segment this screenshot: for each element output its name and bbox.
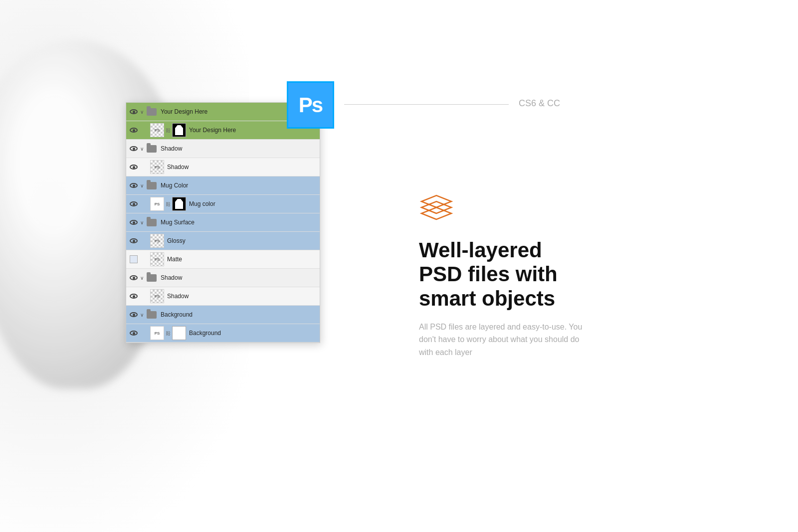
eye-icon[interactable] — [128, 254, 139, 265]
layer-row-background-layer[interactable]: PS⛓Background — [126, 324, 320, 343]
layer-row-mug-color-group[interactable]: ∨Mug Color — [126, 177, 320, 195]
layer-thumbnail-white: PS — [150, 326, 164, 340]
layer-row-shadow-layer[interactable]: PSShadow — [126, 158, 320, 177]
layer-thumbnail: PS — [150, 289, 164, 303]
layer-label: Your Design Here — [161, 108, 207, 115]
eye-pupil — [133, 314, 135, 316]
eye-icon[interactable] — [128, 125, 139, 136]
eye-icon[interactable] — [128, 309, 139, 320]
layer-row-glossy-layer[interactable]: PSGlossy — [126, 232, 320, 250]
chain-icon: ⛓ — [166, 331, 171, 336]
folder-icon — [147, 311, 157, 319]
layers-icon — [419, 194, 454, 224]
layer-label: Mug Surface — [161, 219, 195, 226]
thumb-label: PS — [155, 239, 160, 243]
mask-shape — [175, 125, 183, 135]
thumb-label: PS — [155, 294, 160, 299]
eye-icon[interactable] — [128, 272, 139, 283]
layer-label: Matte — [167, 256, 182, 263]
mask-thumbnail — [172, 123, 186, 137]
layer-label: Shadow — [167, 293, 189, 300]
chevron-icon[interactable]: ∨ — [140, 275, 144, 281]
folder-icon — [147, 182, 157, 189]
eye-icon[interactable] — [128, 180, 139, 191]
eye-circle — [130, 128, 138, 133]
eye-circle — [130, 312, 138, 317]
layer-label: Background — [189, 330, 221, 337]
chevron-icon[interactable]: ∨ — [140, 220, 144, 225]
chevron-icon[interactable]: ∨ — [140, 312, 144, 318]
layer-label: Shadow — [167, 164, 189, 171]
eye-pupil — [133, 166, 135, 169]
layer-row-shadow-layer2[interactable]: PSShadow — [126, 287, 320, 306]
chain-icon: ⛓ — [166, 201, 171, 207]
layer-label: Shadow — [161, 145, 182, 152]
eye-circle — [130, 238, 138, 243]
eye-circle — [130, 220, 138, 225]
eye-circle — [130, 201, 138, 206]
chevron-icon[interactable]: ∨ — [140, 183, 144, 188]
eye-icon[interactable] — [128, 328, 139, 339]
thumb-label: PS — [155, 165, 160, 170]
eye-circle — [130, 109, 138, 114]
eye-icon[interactable] — [128, 291, 139, 302]
folder-icon — [147, 145, 157, 153]
eye-pupil — [133, 111, 135, 113]
eye-pupil — [133, 184, 135, 187]
mask-shape — [175, 199, 183, 209]
layer-thumbnail: PS — [150, 252, 164, 266]
chain-icon: ⛓ — [166, 128, 171, 133]
eye-circle — [130, 331, 138, 336]
layer-row-mug-color-layer[interactable]: PS⛓Mug color — [126, 195, 320, 213]
cs-version-label: CS6 & CC — [519, 98, 560, 109]
layer-row-shadow-group[interactable]: ∨Shadow — [126, 140, 320, 158]
chevron-icon[interactable]: ∨ — [140, 109, 144, 115]
description-text: All PSD files are layered and easy-to-us… — [419, 321, 589, 359]
thumb-label: PS — [155, 128, 160, 133]
heading-text: Well-layered PSD files with smart object… — [419, 238, 558, 310]
eye-pupil — [133, 240, 135, 242]
folder-icon — [147, 274, 157, 282]
ps-logo-text: Ps — [299, 93, 322, 117]
eye-icon[interactable] — [128, 217, 139, 228]
mask-thumbnail-white — [172, 326, 186, 340]
layer-row-mug-surface-group[interactable]: ∨Mug Surface — [126, 213, 320, 232]
folder-icon — [147, 219, 157, 226]
layer-thumbnail: PS — [150, 160, 164, 174]
layer-row-matte-layer[interactable]: PSMatte — [126, 250, 320, 269]
layer-row-background-group[interactable]: ∨Background — [126, 306, 320, 324]
eye-icon[interactable] — [128, 143, 139, 154]
eye-pupil — [133, 148, 135, 150]
chevron-icon[interactable]: ∨ — [140, 146, 144, 152]
eye-icon[interactable] — [128, 198, 139, 209]
divider-line — [344, 104, 509, 105]
layer-thumbnail-white: PS — [150, 197, 164, 211]
eye-icon[interactable] — [128, 106, 139, 117]
mask-thumbnail — [172, 197, 186, 211]
layers-icon-container — [419, 194, 608, 226]
eye-pupil — [133, 129, 135, 132]
eye-circle — [130, 294, 138, 299]
layer-label: Background — [161, 311, 193, 318]
eye-icon[interactable] — [128, 235, 139, 246]
layer-thumbnail: PS — [150, 234, 164, 248]
eye-circle — [130, 183, 138, 188]
main-heading: Well-layered PSD files with smart object… — [419, 238, 608, 311]
thumb-label: PS — [155, 257, 160, 262]
eye-pupil — [133, 203, 135, 205]
layer-row-shadow-group2[interactable]: ∨Shadow — [126, 269, 320, 287]
right-content: Well-layered PSD files with smart object… — [419, 194, 608, 359]
layers-panel: ∨Your Design HerePS⛓Your Design Here∨Sha… — [126, 102, 320, 343]
eye-circle — [130, 275, 138, 280]
content-area: Ps CS6 & CC ∨Your Design HerePS⛓Your Des… — [0, 0, 798, 532]
layer-label: Your Design Here — [189, 127, 236, 134]
thumb-label: PS — [155, 331, 160, 336]
eye-icon[interactable] — [128, 162, 139, 173]
eye-pupil — [133, 332, 135, 335]
photoshop-logo: Ps — [287, 81, 334, 129]
eye-circle — [130, 165, 138, 170]
layer-thumbnail: PS — [150, 123, 164, 137]
eye-pupil — [133, 277, 135, 279]
layer-label: Glossy — [167, 237, 186, 244]
layer-label: Mug color — [189, 200, 215, 207]
